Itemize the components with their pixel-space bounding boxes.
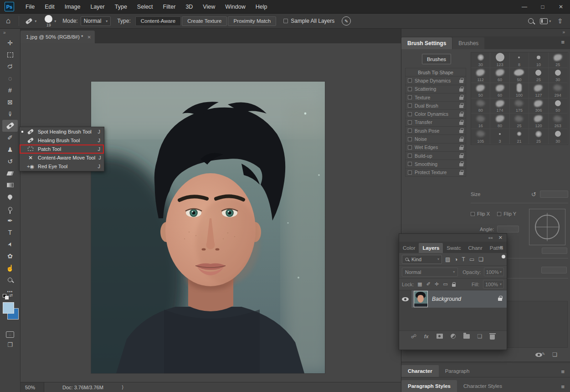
checkbox-icon[interactable] — [408, 170, 412, 175]
checkbox-icon[interactable] — [408, 87, 412, 91]
brush-tip-shape-item[interactable]: Brush Tip Shape — [405, 68, 466, 77]
brush-preset[interactable]: 8 — [510, 52, 529, 68]
panel-tab[interactable]: Chanr — [465, 243, 486, 253]
brush-setting-item[interactable]: Texture — [405, 93, 466, 102]
menu-item[interactable]: View — [198, 0, 220, 14]
lock-icon[interactable] — [459, 155, 463, 158]
lock-icon[interactable] — [459, 139, 463, 142]
checkbox-icon[interactable] — [408, 137, 412, 141]
lock-icon[interactable] — [459, 147, 463, 150]
brush-setting-item[interactable]: Noise — [405, 134, 466, 143]
status-chevron-icon[interactable]: ⟩ — [122, 384, 123, 390]
brushes-button[interactable]: Brushes — [422, 54, 451, 64]
panel-menu-icon[interactable]: ≡ — [561, 368, 570, 377]
brush-preset[interactable]: 30 — [549, 129, 568, 144]
lock-icon[interactable] — [459, 163, 463, 166]
fill-input[interactable]: 100% ▾ — [483, 280, 504, 289]
type-button[interactable]: Create Texture — [182, 16, 227, 26]
spot-healing-brush-tool[interactable] — [2, 120, 18, 132]
crop-tool[interactable]: # — [2, 84, 18, 96]
panel-menu-icon[interactable]: ≡ — [499, 244, 507, 252]
patch-tool-item[interactable]: Patch Tool J — [20, 144, 104, 153]
brush-preset[interactable]: 25 — [510, 113, 529, 129]
dodge-tool[interactable] — [2, 203, 18, 215]
lock-icon[interactable] — [459, 130, 463, 133]
document-tab[interactable]: 1.jpg @ 50% (RGB/8#) * ✕ — [21, 31, 95, 43]
link-layers-icon[interactable]: ☍ — [411, 333, 416, 340]
brush-preset[interactable]: 294 — [549, 83, 568, 98]
lock-image-pixels-icon[interactable]: ✐ — [426, 281, 431, 287]
checkbox-icon[interactable] — [408, 154, 412, 158]
brush-preset[interactable]: 100 — [510, 83, 529, 98]
lock-icon[interactable] — [459, 105, 463, 108]
panel-tab[interactable]: Brushes — [452, 37, 484, 49]
close-button[interactable]: ✕ — [552, 0, 570, 14]
type-tool[interactable]: T — [2, 227, 18, 238]
brush-preset[interactable]: 306 — [529, 98, 548, 114]
tool-preset-dropdown[interactable]: ▾ — [21, 19, 41, 23]
menu-item[interactable]: Help — [251, 0, 272, 14]
clone-stamp-tool[interactable]: ♟ — [2, 144, 18, 155]
chevron-down-icon[interactable]: ▾ — [54, 19, 56, 23]
filter-shape-layers-icon[interactable]: ▭ — [469, 256, 474, 263]
toolbar-collapse-icon[interactable]: » — [0, 29, 20, 37]
brush-preset[interactable]: 80 — [490, 113, 509, 129]
menu-item[interactable]: Layer — [85, 0, 109, 14]
menu-item[interactable]: Select — [132, 0, 158, 14]
filter-smart-objects-icon[interactable]: ❏ — [478, 256, 483, 263]
brush-preset[interactable]: 123 — [490, 52, 509, 68]
brush-preset[interactable]: 60 — [490, 68, 509, 83]
workspace-switcher[interactable]: ▾ — [540, 18, 551, 24]
default-colors-icon[interactable]: ⇄ — [3, 293, 12, 299]
filter-adjustment-layers-icon[interactable]: ◑ — [454, 256, 457, 263]
lock-icon[interactable] — [459, 80, 463, 83]
brush-preset[interactable]: 30 — [549, 68, 568, 83]
brush-setting-item[interactable]: Scattering — [405, 85, 466, 93]
new-brush-icon[interactable]: ❏ — [552, 351, 557, 358]
pen-pressure-icon[interactable]: ✎ — [342, 16, 351, 26]
panel-close-icon[interactable]: ✕ — [498, 235, 503, 241]
mode-select[interactable]: Normal ▾ — [81, 16, 111, 26]
canvas[interactable] — [21, 43, 401, 382]
brush-preset[interactable]: 263 — [549, 113, 568, 129]
panel-tab[interactable]: Color — [399, 243, 419, 253]
lock-icon[interactable] — [459, 122, 463, 125]
brush-preset[interactable]: 60 — [490, 83, 509, 98]
brush-setting-item[interactable]: Brush Pose — [405, 126, 466, 135]
panel-tab[interactable]: Character Styles — [457, 380, 508, 392]
gradient-tool[interactable] — [2, 179, 18, 191]
add-layer-mask-icon[interactable] — [436, 334, 443, 339]
brush-preset[interactable]: 127 — [529, 83, 548, 98]
path-selection-tool[interactable]: ➤ — [2, 238, 18, 250]
layer-thumbnail[interactable] — [414, 291, 427, 307]
menu-item[interactable]: Filter — [158, 0, 181, 14]
brush-preset[interactable]: 120 — [529, 113, 548, 129]
brush-setting-item[interactable]: Protect Texture — [405, 168, 466, 177]
brush-preset[interactable]: 175 — [510, 98, 529, 114]
search-icon[interactable] — [528, 18, 534, 24]
healing-brush-tool-item[interactable]: Healing Brush Tool J — [20, 136, 104, 144]
adjustment-layer-icon[interactable] — [451, 334, 456, 339]
filter-type-layers-icon[interactable]: T — [462, 256, 465, 263]
layer-row[interactable]: Background — [399, 290, 507, 308]
brush-size-picker[interactable]: 19 — [45, 15, 52, 27]
menu-item[interactable]: 3D — [180, 0, 198, 14]
brush-preset[interactable]: 80 — [471, 98, 490, 114]
flip-y-checkbox[interactable]: Flip Y — [497, 211, 516, 217]
new-group-icon[interactable] — [463, 334, 470, 339]
foreground-color-swatch[interactable] — [3, 302, 14, 314]
delete-layer-icon[interactable] — [490, 335, 495, 340]
brush-preset[interactable]: 25 — [549, 52, 568, 68]
blend-mode-select[interactable]: Normal ▾ — [402, 268, 458, 277]
custom-shape-tool[interactable]: ✿ — [2, 250, 18, 262]
panel-tab[interactable]: Paragraph — [439, 365, 476, 377]
brush-preset[interactable]: 25 — [529, 129, 548, 144]
kind-filter-select[interactable]: Kind ▾ — [402, 255, 442, 264]
brush-setting-item[interactable]: Build-up — [405, 151, 466, 160]
panel-menu-icon[interactable]: ≡ — [561, 39, 570, 47]
layer-lock-icon[interactable] — [498, 296, 502, 302]
brush-preset[interactable]: 105 — [471, 129, 490, 144]
screen-mode-icon[interactable]: ❐ — [7, 341, 13, 348]
brush-preset[interactable]: 16 — [471, 113, 490, 129]
move-tool[interactable]: ✛ — [2, 37, 18, 49]
